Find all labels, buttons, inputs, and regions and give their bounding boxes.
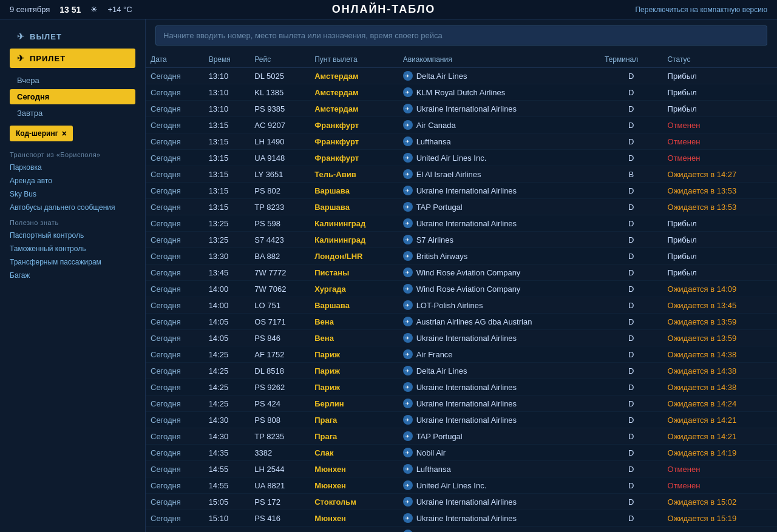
cell-destination[interactable]: Берлин [310, 396, 398, 412]
sidebar-link-skybus[interactable]: Sky Bus [0, 187, 145, 201]
table-row[interactable]: Сегодня 13:30 BA 882 Лондон/LHR ✈ Britis… [146, 248, 777, 264]
cell-time: 14:25 [204, 396, 250, 412]
cell-terminal: D [600, 150, 663, 166]
table-row[interactable]: Сегодня 13:25 PS 598 Калининград ✈ Ukrai… [146, 215, 777, 232]
airline-name: Ukraine International Airlines [416, 219, 517, 228]
airline-logo: ✈ [403, 431, 413, 441]
table-row[interactable]: Сегодня 15:05 PS 172 Стокгольм ✈ Ukraine… [146, 494, 777, 510]
cell-destination[interactable]: Вена [310, 330, 398, 346]
search-input[interactable] [155, 25, 767, 45]
cell-time: 15:10 [204, 510, 250, 527]
table-row[interactable]: Сегодня 14:00 7W 7062 Хургада ✈ Wind Ros… [146, 281, 777, 297]
cell-destination[interactable]: Стокгольм [310, 494, 398, 510]
table-row[interactable]: Сегодня 14:05 OS 7171 Вена ✈ Austrian Ai… [146, 314, 777, 330]
cell-terminal: D [600, 117, 663, 133]
cell-destination[interactable]: Таллин [310, 527, 398, 533]
table-row[interactable]: Сегодня 14:25 PS 9262 Париж ✈ Ukraine In… [146, 379, 777, 396]
cell-date: Сегодня [146, 183, 204, 199]
airline-logo: ✈ [403, 300, 413, 310]
cell-destination[interactable]: Амстердам [310, 68, 398, 84]
table-row[interactable]: Сегодня 14:55 LH 2544 Мюнхен ✈ Lufthansa… [146, 461, 777, 477]
table-row[interactable]: Сегодня 13:15 AC 9207 Франкфурт ✈ Air Ca… [146, 117, 777, 133]
cell-date: Сегодня [146, 297, 204, 314]
cell-date: Сегодня [146, 199, 204, 215]
cell-destination[interactable]: Франкфурт [310, 133, 398, 150]
date-tomorrow[interactable]: Завтра [10, 106, 135, 121]
flights-table-wrapper[interactable]: Дата Время Рейс Пунт вылета Авиакомпания… [146, 52, 777, 532]
table-row[interactable]: Сегодня 13:15 LH 1490 Франкфурт ✈ Luftha… [146, 133, 777, 150]
table-row[interactable]: Сегодня 13:15 TP 8233 Варшава ✈ TAP Port… [146, 199, 777, 215]
cell-destination[interactable]: Амстердам [310, 84, 398, 101]
cell-destination[interactable]: Мюнхен [310, 461, 398, 477]
cell-destination[interactable]: Франкфурт [310, 117, 398, 133]
sidebar-link-baggage[interactable]: Багаж [0, 269, 145, 282]
arrival-button[interactable]: ✈ ПРИЛЕТ [10, 49, 135, 68]
sidebar-link-parking[interactable]: Парковка [0, 161, 145, 174]
cell-destination[interactable]: Франкфурт [310, 150, 398, 166]
cell-destination[interactable]: Лондон/LHR [310, 248, 398, 264]
table-row[interactable]: Сегодня 13:45 7W 7772 Пистаны ✈ Wind Ros… [146, 264, 777, 281]
table-row[interactable]: Сегодня 14:25 AF 1752 Париж ✈ Air France… [146, 346, 777, 363]
table-row[interactable]: Сегодня 14:55 UA 8821 Мюнхен ✈ United Ai… [146, 477, 777, 494]
cell-destination[interactable]: Париж [310, 363, 398, 379]
airline-name: Wind Rose Aviation Company [416, 285, 521, 294]
cell-status: Прибыл [663, 68, 777, 84]
cell-destination[interactable]: Варшава [310, 297, 398, 314]
cell-time: 14:05 [204, 314, 250, 330]
table-row[interactable]: Сегодня 13:15 PS 802 Варшава ✈ Ukraine I… [146, 183, 777, 199]
date-today[interactable]: Сегодня [10, 89, 135, 104]
cell-destination[interactable]: Тель-Авив [310, 166, 398, 183]
cell-destination[interactable]: Прага [310, 428, 398, 445]
table-row[interactable]: Сегодня 14:35 3382 Слак ✈ Nobil Air D Ож… [146, 445, 777, 461]
cell-flight: TP 8233 [249, 199, 310, 215]
table-row[interactable]: Сегодня 14:30 PS 808 Прага ✈ Ukraine Int… [146, 412, 777, 428]
cell-destination[interactable]: Варшава [310, 199, 398, 215]
sidebar-link-customs[interactable]: Таможенный контроль [0, 242, 145, 255]
compact-link[interactable]: Переключиться на компактную версию [635, 5, 767, 14]
cell-destination[interactable]: Варшава [310, 183, 398, 199]
table-row[interactable]: Сегодня 13:10 PS 9385 Амстердам ✈ Ukrain… [146, 101, 777, 117]
cell-destination[interactable]: Пистаны [310, 264, 398, 281]
cell-airline: ✈ Ukraine International Airlines [398, 412, 600, 428]
table-row[interactable]: Сегодня 13:10 KL 1385 Амстердам ✈ KLM Ro… [146, 84, 777, 101]
sidebar-link-longdist-buses[interactable]: Автобусы дальнего сообщения [0, 201, 145, 214]
table-row[interactable]: Сегодня 13:15 UA 9148 Франкфурт ✈ United… [146, 150, 777, 166]
date-yesterday[interactable]: Вчера [10, 73, 135, 88]
airline-logo: ✈ [403, 136, 413, 146]
sidebar-link-passport[interactable]: Паспортный контроль [0, 229, 145, 242]
table-row[interactable]: Сегодня 13:10 DL 5025 Амстердам ✈ Delta … [146, 68, 777, 84]
cell-airline: ✈ Delta Air Lines [398, 68, 600, 84]
sidebar-link-car-rental[interactable]: Аренда авто [0, 174, 145, 187]
table-row[interactable]: Сегодня 14:05 PS 846 Вена ✈ Ukraine Inte… [146, 330, 777, 346]
cell-destination[interactable]: Прага [310, 412, 398, 428]
table-row[interactable]: Сегодня 15:10 PS 416 Мюнхен ✈ Ukraine In… [146, 510, 777, 527]
table-row[interactable]: Сегодня 14:30 TP 8235 Прага ✈ TAP Portug… [146, 428, 777, 445]
cell-destination[interactable]: Слак [310, 445, 398, 461]
cell-terminal: D [600, 183, 663, 199]
cell-destination[interactable]: Мюнхен [310, 477, 398, 494]
cell-destination[interactable]: Вена [310, 314, 398, 330]
cell-terminal: D [600, 84, 663, 101]
main-layout: ✈ ВЫЛЕТ ✈ ПРИЛЕТ Вчера Сегодня Завтра Ко… [0, 19, 777, 532]
departure-button[interactable]: ✈ ВЫЛЕТ [10, 27, 135, 46]
cell-destination[interactable]: Калининград [310, 215, 398, 232]
table-header-row: Дата Время Рейс Пунт вылета Авиакомпания… [146, 52, 777, 68]
sidebar-link-transfer[interactable]: Трансферным пассажирам [0, 255, 145, 269]
table-row[interactable]: Сегодня 13:15 LY 3651 Тель-Авив ✈ El Al … [146, 166, 777, 183]
cell-destination[interactable]: Париж [310, 379, 398, 396]
cell-time: 13:30 [204, 248, 250, 264]
airline-logo: ✈ [403, 251, 413, 261]
cell-destination[interactable]: Амстердам [310, 101, 398, 117]
airline-name: Ukraine International Airlines [416, 186, 517, 195]
codeshare-button[interactable]: Код-шеринг × [10, 126, 73, 141]
cell-destination[interactable]: Париж [310, 346, 398, 363]
cell-destination[interactable]: Калининград [310, 232, 398, 248]
table-row[interactable]: Сегодня 14:25 PS 424 Берлин ✈ Ukraine In… [146, 396, 777, 412]
cell-destination[interactable]: Мюнхен [310, 510, 398, 527]
table-row[interactable]: Сегодня 15:10 OV 311 Таллин ✈ Estonian A… [146, 527, 777, 533]
cell-destination[interactable]: Хургада [310, 281, 398, 297]
cell-flight: BA 882 [249, 248, 310, 264]
table-row[interactable]: Сегодня 14:00 LO 751 Варшава ✈ LOT-Polis… [146, 297, 777, 314]
table-row[interactable]: Сегодня 14:25 DL 8518 Париж ✈ Delta Air … [146, 363, 777, 379]
table-row[interactable]: Сегодня 13:25 S7 4423 Калининград ✈ S7 A… [146, 232, 777, 248]
